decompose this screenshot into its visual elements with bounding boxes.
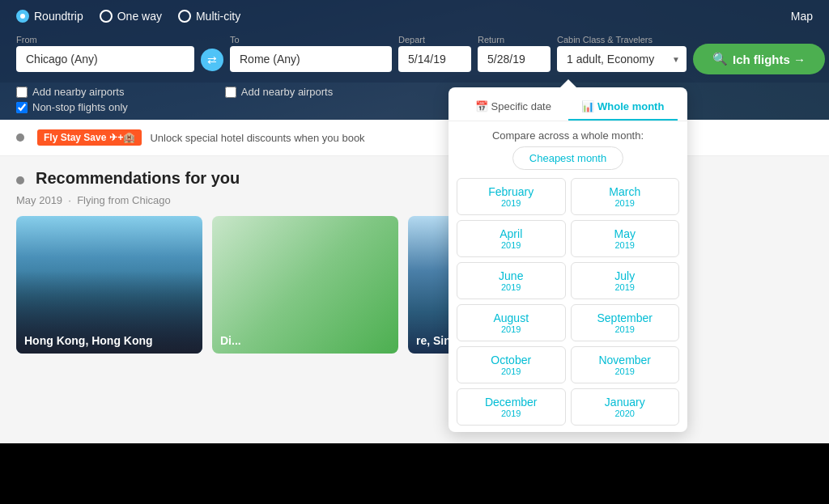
- bullet-icon: [16, 133, 24, 142]
- roundtrip-label: Roundtrip: [34, 10, 83, 23]
- calendar-icon: 📅: [475, 100, 488, 112]
- to-nearby-input[interactable]: [225, 87, 236, 98]
- swap-button[interactable]: ⇄: [201, 49, 223, 71]
- month-name: May: [580, 227, 671, 240]
- month-year: 2019: [466, 324, 557, 334]
- search-icon: 🔍: [712, 52, 728, 66]
- month-cell-september[interactable]: September2019: [571, 304, 680, 341]
- main-content: Fly Stay Save ✈+🏨 Unlock special hotel d…: [0, 120, 829, 443]
- from-nearby-input[interactable]: [16, 87, 28, 98]
- month-cell-december[interactable]: December2019: [457, 388, 566, 426]
- cheapest-month-button[interactable]: Cheapest month: [512, 146, 623, 170]
- cabin-field-group: Cabin Class & Travelers 1 adult, Economy: [557, 35, 687, 72]
- month-year: 2019: [466, 282, 557, 292]
- month-name: March: [580, 185, 671, 198]
- return-input[interactable]: [478, 46, 551, 72]
- compare-text: Compare across a whole month:: [449, 121, 687, 146]
- month-year: 2019: [580, 240, 671, 250]
- oneway-option[interactable]: One way: [100, 10, 162, 23]
- month-cell-march[interactable]: March2019: [571, 178, 680, 215]
- card-label-hongkong: Hong Kong, Hong Kong: [24, 334, 153, 347]
- depart-input[interactable]: [398, 46, 471, 72]
- fss-banner: Fly Stay Save ✈+🏨 Unlock special hotel d…: [0, 120, 829, 156]
- tab-whole-month[interactable]: 📊 Whole month: [568, 94, 678, 121]
- tab-specific-date[interactable]: 📅 Specific date: [458, 94, 568, 121]
- search-button[interactable]: 🔍 Ich flights →: [693, 44, 825, 74]
- top-navigation: Roundtrip One way Multi-city Map: [0, 0, 829, 32]
- tab-specific-date-label: Specific date: [491, 100, 551, 112]
- to-input[interactable]: [230, 46, 392, 72]
- fss-logo: Fly Stay Save ✈+🏨: [37, 129, 142, 146]
- month-year: 2020: [580, 409, 671, 418]
- nonstop-checkbox[interactable]: Non-stop flights only: [16, 101, 128, 113]
- rec-bullet: [16, 176, 24, 184]
- month-cell-august[interactable]: August2019: [457, 304, 566, 341]
- fss-brand-label: Fly Stay Save: [44, 132, 106, 143]
- card-img-di: [212, 216, 398, 354]
- month-cell-july[interactable]: July2019: [571, 262, 680, 299]
- month-name: December: [466, 396, 557, 409]
- dropdown-arrow: [560, 79, 576, 87]
- month-name: June: [466, 269, 557, 282]
- month-cell-january[interactable]: January2020: [571, 388, 680, 426]
- month-year: 2019: [580, 366, 671, 376]
- from-nearby-label: Add nearby airports: [32, 86, 124, 98]
- multicity-label: Multi-city: [196, 10, 240, 23]
- recommendations-section: Recommendations for you May 2019 · Flyin…: [0, 156, 829, 360]
- chart-icon: 📊: [581, 100, 594, 112]
- search-bar: From ⇄ To Depart Return Cabin Class & Tr…: [0, 32, 829, 83]
- roundtrip-radio[interactable]: [16, 10, 29, 23]
- from-input[interactable]: [16, 46, 194, 72]
- month-picker-dropdown: 📅 Specific date 📊 Whole month Compare ac…: [449, 87, 687, 432]
- fss-text: Unlock special hotel discounts when you …: [150, 132, 364, 144]
- multicity-option[interactable]: Multi-city: [178, 10, 240, 23]
- cabin-select[interactable]: 1 adult, Economy: [557, 46, 687, 72]
- month-name: October: [466, 354, 557, 366]
- checkbox-row: Add nearby airports Non-stop flights onl…: [0, 83, 829, 120]
- tab-whole-month-label: Whole month: [597, 100, 664, 112]
- month-cell-october[interactable]: October2019: [457, 346, 566, 383]
- fss-icon: ✈+🏨: [109, 132, 135, 143]
- month-name: February: [466, 185, 557, 198]
- month-year: 2019: [466, 240, 557, 250]
- trip-type-options: Roundtrip One way Multi-city: [16, 10, 240, 23]
- multicity-radio[interactable]: [178, 10, 191, 23]
- card-label-di: Di...: [220, 334, 241, 347]
- to-nearby-label: Add nearby airports: [241, 86, 333, 98]
- cabin-label: Cabin Class & Travelers: [557, 35, 687, 44]
- return-label: Return: [478, 35, 551, 44]
- month-year: 2019: [466, 198, 557, 208]
- month-grid: February2019March2019April2019May2019Jun…: [449, 178, 687, 426]
- month-cell-april[interactable]: April2019: [457, 220, 566, 257]
- month-name: January: [580, 396, 671, 409]
- cabin-wrapper: 1 adult, Economy: [557, 46, 687, 72]
- rec-card-hongkong[interactable]: Hong Kong, Hong Kong: [16, 216, 202, 354]
- depart-label: Depart: [398, 35, 471, 44]
- month-year: 2019: [466, 366, 557, 376]
- to-nearby-checkbox[interactable]: Add nearby airports: [225, 86, 333, 98]
- rec-cards: Hong Kong, Hong Kong Di... re, Singapore: [16, 216, 813, 354]
- dropdown-tabs: 📅 Specific date 📊 Whole month: [449, 87, 687, 121]
- from-field-group: From: [16, 35, 194, 72]
- card-img-hongkong: [16, 216, 202, 354]
- month-name: September: [580, 311, 671, 324]
- return-field-group: Return: [478, 35, 551, 72]
- from-nearby-checkbox[interactable]: Add nearby airports: [16, 86, 128, 98]
- month-year: 2019: [580, 198, 671, 208]
- month-cell-february[interactable]: February2019: [457, 178, 566, 215]
- map-button[interactable]: Map: [791, 10, 813, 23]
- month-year: 2019: [580, 324, 671, 334]
- nonstop-input[interactable]: [16, 102, 28, 113]
- month-name: April: [466, 227, 557, 240]
- roundtrip-option[interactable]: Roundtrip: [16, 10, 83, 23]
- month-name: November: [580, 354, 671, 366]
- month-cell-may[interactable]: May2019: [571, 220, 680, 257]
- nonstop-label: Non-stop flights only: [32, 101, 128, 113]
- month-name: August: [466, 311, 557, 324]
- oneway-radio[interactable]: [100, 10, 113, 23]
- month-cell-june[interactable]: June2019: [457, 262, 566, 299]
- month-year: 2019: [466, 409, 557, 418]
- month-name: July: [580, 269, 671, 282]
- month-cell-november[interactable]: November2019: [571, 346, 680, 383]
- rec-card-di[interactable]: Di...: [212, 216, 398, 354]
